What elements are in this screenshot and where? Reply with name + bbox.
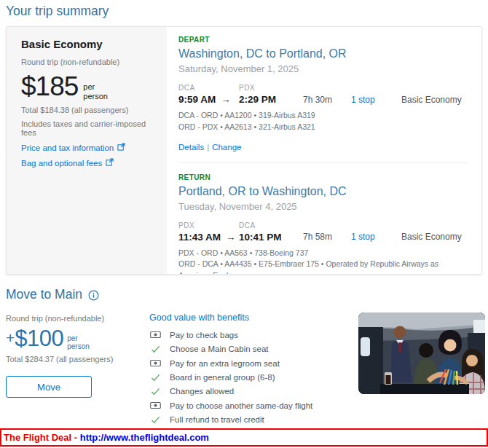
depart-label: DEPART [178, 36, 468, 44]
stops-link[interactable]: 1 stop [351, 232, 401, 242]
duration: 7h 30m [303, 95, 351, 105]
fare-name: Basic Economy [21, 38, 152, 50]
upsell-title: Move to Main [6, 287, 82, 302]
fare-includes-note: Includes taxes and carrier-imposed fees [21, 119, 152, 137]
return-route-title: Portland, OR to Washington, DC [178, 185, 468, 198]
upsell-body: Round trip (non-refundable) + $100 per p… [6, 313, 482, 438]
origin-code: PDX [178, 221, 239, 229]
benefit-item: Pay to choose another same-day flight [149, 401, 355, 410]
plus-sign: + [6, 329, 15, 347]
return-segments: PDX - ORD • AA563 • 738-Boeing 737 ORD -… [178, 248, 468, 275]
upsell-total: Total $284.37 (all passengers) [6, 355, 144, 363]
check-icon [149, 388, 161, 396]
footer-url-link[interactable]: http://www.theflightdeal.com [80, 432, 209, 443]
arrow-right-icon: → [221, 94, 231, 105]
money-icon [149, 358, 161, 368]
benefits-panel: Good value with benefits Pay to check ba… [149, 313, 355, 429]
return-date: Tuesday, November 4, 2025 [178, 201, 468, 212]
details-link[interactable]: Details [178, 143, 204, 152]
bag-fees-link[interactable]: Bag and optional fees [21, 158, 152, 168]
destination-code: PDX [239, 84, 303, 92]
upsell-price-row: + $100 per person [6, 328, 144, 350]
external-link-icon [117, 143, 125, 152]
change-link[interactable]: Change [212, 143, 241, 152]
benefit-item: Choose a Main Cabin seat [149, 345, 355, 353]
fare-per-person-label: per person [83, 82, 108, 101]
upsell-price: $100 [15, 328, 63, 349]
duration: 7h 58m [303, 232, 351, 242]
cabin-label: Basic Economy [401, 95, 468, 105]
upsell-heading-row: Move to Main [6, 287, 488, 302]
fare-total: Total $184.38 (all passengers) [21, 106, 152, 114]
upsell-trip-type: Round trip (non-refundable) [6, 314, 144, 323]
cabin-photo [358, 313, 485, 394]
price-tax-link[interactable]: Price and tax information [21, 143, 152, 152]
segment-line: ORD - PDX • AA2613 • 321-Airbus A321 [178, 122, 468, 133]
arrive-time: 2:29 PM [239, 94, 303, 105]
benefit-item: Full refund to travel credit [149, 415, 355, 424]
depart-actions: Details|Change [178, 143, 468, 152]
return-flight-row: PDX DCA 11:43 AM→ 10:41 PM 7h 58m 1 stop… [178, 221, 468, 243]
benefits-list: Pay to check bags Choose a Main Cabin se… [149, 330, 355, 424]
depart-time: 9:59 AM→ [178, 94, 239, 105]
depart-time: 11:43 AM→ [178, 232, 239, 243]
check-icon [149, 374, 161, 382]
benefit-item: Pay for an extra legroom seat [149, 358, 355, 368]
fare-trip-type: Round trip (non-refundable) [21, 58, 152, 66]
footer-brand: The Flight Deal - [4, 432, 80, 443]
arrive-time: 10:41 PM [239, 232, 303, 243]
flight-slices-panel: DEPART Washington, DC to Portland, OR Sa… [167, 27, 481, 274]
trip-summary-card: Basic Economy Round trip (non-refundable… [6, 26, 482, 275]
upsell-per-person-label: per person [67, 334, 90, 350]
benefit-item: Pay to check bags [149, 330, 355, 339]
depart-slice: DEPART Washington, DC to Portland, OR Sa… [178, 36, 468, 152]
link-separator: | [207, 143, 209, 152]
fare-summary-panel: Basic Economy Round trip (non-refundable… [7, 27, 167, 274]
page-title: Your trip summary [6, 4, 488, 19]
return-slice: RETURN Portland, OR to Washington, DC Tu… [178, 173, 468, 275]
depart-route-title: Washington, DC to Portland, OR [178, 47, 468, 60]
origin-code: DCA [178, 84, 239, 92]
depart-date: Saturday, November 1, 2025 [178, 63, 468, 74]
check-icon [149, 345, 161, 353]
slice-divider [178, 162, 468, 163]
upsell-price-panel: Round trip (non-refundable) + $100 per p… [6, 314, 144, 398]
destination-code: DCA [239, 221, 303, 229]
benefit-item: Board in general group (6-8) [149, 373, 355, 382]
segment-line: PDX - ORD • AA563 • 738-Boeing 737 [178, 248, 468, 259]
arrow-right-icon: → [226, 232, 236, 243]
info-icon[interactable] [88, 290, 99, 301]
money-icon [149, 401, 161, 410]
benefit-item: Changes allowed [149, 387, 355, 396]
return-label: RETURN [178, 173, 468, 181]
depart-flight-row: DCA PDX 9:59 AM→ 2:29 PM 7h 30m 1 stop B… [178, 84, 468, 105]
cabin-photo-illustration [358, 313, 485, 394]
money-icon [149, 330, 161, 339]
stops-link[interactable]: 1 stop [351, 95, 401, 105]
benefits-title: Good value with benefits [149, 313, 355, 323]
check-icon [149, 416, 161, 424]
footer-banner: The Flight Deal - http://www.theflightde… [0, 428, 488, 447]
cabin-label: Basic Economy [401, 232, 468, 242]
segment-line: DCA - ORD • AA1200 • 319-Airbus A319 [178, 110, 468, 122]
segment-line: ORD - DCA • AA4435 • E75-Embraer 175 • O… [178, 259, 468, 275]
fare-price-row: $185 per person [21, 74, 152, 101]
move-button[interactable]: Move [6, 376, 92, 398]
depart-segments: DCA - ORD • AA1200 • 319-Airbus A319 ORD… [178, 110, 468, 133]
external-link-icon [106, 158, 114, 168]
fare-price: $185 [21, 74, 78, 99]
